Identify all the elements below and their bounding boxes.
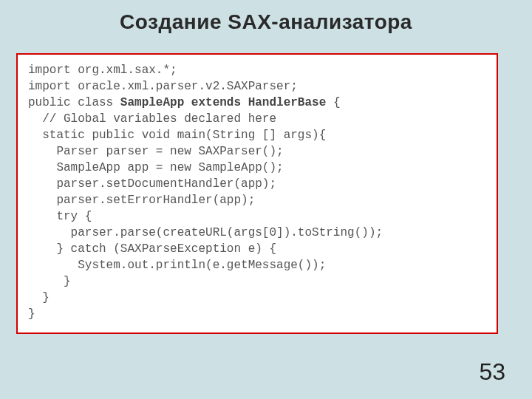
code-line: public class (28, 96, 120, 109)
code-bold: SampleApp extends HandlerBase (120, 96, 326, 109)
code-line: } (28, 275, 71, 288)
code-line: Parser parser = new SAXParser(); (28, 145, 284, 158)
code-box: import org.xml.sax.*; import oracle.xml.… (16, 53, 498, 334)
code-line: parser.setErrorHandler(app); (28, 194, 255, 207)
slide: Создание SAX-анализатора import org.xml.… (0, 0, 532, 399)
code-line: SampleApp app = new SampleApp(); (28, 161, 284, 174)
code-block: import org.xml.sax.*; import oracle.xml.… (28, 62, 486, 322)
code-line: System.out.println(e.getMessage()); (28, 259, 326, 272)
code-line: } (28, 307, 35, 321)
code-line: try { (28, 210, 92, 223)
code-line: parser.parse(createURL(args[0]).toString… (28, 226, 383, 239)
code-line: } (28, 291, 50, 304)
code-line: parser.setDocumentHandler(app); (28, 177, 276, 191)
code-line: { (326, 96, 340, 109)
code-line: import oracle.xml.parser.v2.SAXParser; (28, 80, 298, 93)
code-line: import org.xml.sax.*; (28, 64, 177, 77)
slide-title: Создание SAX-анализатора (0, 0, 532, 34)
code-line: } catch (SAXParseException e) { (28, 242, 276, 256)
code-line: static public void main(String [] args){ (28, 129, 326, 142)
code-line: // Global variables declared here (28, 112, 276, 126)
page-number: 53 (479, 358, 505, 386)
